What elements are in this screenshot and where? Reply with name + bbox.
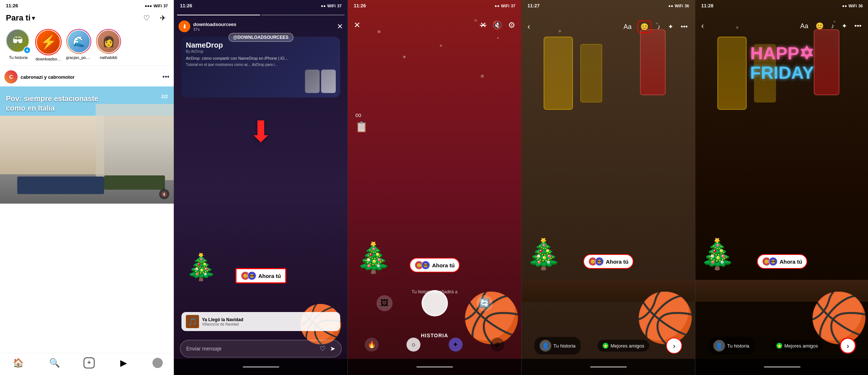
back-icon-p4[interactable]: ‹ bbox=[527, 22, 530, 31]
music-tool-p4[interactable]: ♪ bbox=[656, 22, 662, 32]
story-username-p2: downloadsourcees bbox=[193, 22, 236, 27]
send-icon-p2[interactable]: ➤ bbox=[330, 345, 335, 353]
story-ring-gracjan: 🌊 bbox=[66, 29, 91, 54]
flip-camera-icon[interactable]: 🔄 bbox=[477, 295, 493, 311]
back-icon-p5[interactable]: ‹ bbox=[701, 21, 704, 31]
my-story-share-label: Tu historia bbox=[553, 343, 575, 349]
share-my-story-p4[interactable]: 👤 Tu historia bbox=[534, 337, 581, 354]
story-item-downloadsource[interactable]: ⚡ downloadsourc... bbox=[35, 29, 62, 61]
building-left bbox=[0, 116, 104, 174]
capture-button[interactable] bbox=[422, 290, 448, 316]
emoji-tool-p5[interactable]: 😊 bbox=[814, 21, 825, 31]
settings-icon-p3[interactable]: ⚙ bbox=[508, 21, 515, 30]
story-bottom-bar-p5 bbox=[695, 359, 868, 375]
cam-controls-p3: ✕ ✕ 🔇 ⚙ bbox=[348, 18, 521, 33]
story-item-nathabibti[interactable]: 👩 nathabibti bbox=[96, 29, 121, 61]
post-author-avatar: C bbox=[4, 70, 18, 83]
snowflake-3: ❄ bbox=[403, 55, 406, 59]
ahora-tu-button-p3[interactable]: 😊 😎 Ahora tú bbox=[409, 258, 460, 272]
status-bar-p5: 11:28 ●● WiFi 36 bbox=[695, 0, 868, 10]
chevron-down-icon: ▾ bbox=[32, 15, 35, 22]
my-story-avatar-container: 🕶 + bbox=[6, 29, 31, 54]
namedrop-desc: AirDrop: cómo compartir con NameDrop en … bbox=[186, 56, 336, 61]
story-camera-panel: ❄ ❄ ❄ ❄ ❄ ❄ ∞ 📋 🎄 🏀 😊 😎 Ahora tú 11:26 ●… bbox=[347, 0, 521, 375]
story-edit-header-p4: ‹ Aa 😊 ♪ ✦ ••• bbox=[522, 18, 695, 36]
ahora-tu-button-p4[interactable]: 😊 😎 Ahora tú bbox=[583, 254, 634, 269]
ahora-tu-text-p3: Ahora tú bbox=[432, 262, 455, 268]
my-story-item[interactable]: 🕶 + Tu historia bbox=[6, 29, 31, 61]
story-msg-icons: ♡ ➤ bbox=[320, 345, 335, 353]
story-avatar-nathabibti: 👩 bbox=[97, 30, 120, 53]
gallery-icon[interactable]: 🖼 bbox=[376, 295, 393, 311]
send-icon[interactable]: ✈ bbox=[158, 13, 168, 23]
text-tool-p5[interactable]: Aa bbox=[799, 21, 810, 31]
cam-share-row: 🖼 🔄 bbox=[348, 290, 521, 316]
post-more-button[interactable]: ••• bbox=[162, 73, 169, 81]
story-share-bar-p4: 👤 Tu historia ⭐ Mejores amigos › bbox=[522, 334, 695, 357]
story-label-gracjan: gracjan_poznan bbox=[66, 55, 92, 60]
ahora-avatars-p3: 😊 😎 bbox=[415, 261, 430, 270]
more-tool-p4[interactable]: ••• bbox=[679, 22, 689, 32]
heart-icon[interactable]: ♡ bbox=[141, 13, 152, 23]
beer-glass-3 bbox=[580, 44, 602, 103]
mute-button[interactable]: 🔇 bbox=[159, 189, 169, 199]
story-message-bar: Enviar mensaje ♡ ➤ bbox=[180, 340, 342, 357]
emoji-tool-p4[interactable]: 😊 bbox=[637, 21, 651, 33]
heart-icon-p2[interactable]: ♡ bbox=[320, 345, 326, 353]
ahora-tu-button-p2[interactable]: 😊 😎 Ahora tú bbox=[235, 268, 287, 283]
progress-1 bbox=[177, 15, 260, 15]
share-circle-fire[interactable]: 🔥 bbox=[365, 338, 379, 352]
more-tool-p5[interactable]: ••• bbox=[853, 21, 863, 31]
story-label-nathabibti: nathabibti bbox=[100, 55, 117, 60]
bottom-nav-p1: 🏠 🔍 + ▶ bbox=[0, 353, 174, 375]
story-edit-header-p5: ‹ Aa 😊 ♪ ✦ ••• bbox=[695, 18, 868, 34]
post-author-info: C cabronazi y cabromotor bbox=[4, 70, 74, 83]
text-tool-p4[interactable]: Aa bbox=[622, 22, 633, 32]
nav-profile[interactable] bbox=[152, 358, 163, 368]
best-friends-label-p4: Mejores amigos bbox=[611, 343, 644, 349]
story-ring-nathabibti: 👩 bbox=[96, 29, 121, 54]
share-my-story-p5[interactable]: 👤 Tu historia bbox=[708, 337, 754, 354]
story-header-p2: ⬇ downloadsourcees 37s ✕ bbox=[174, 18, 347, 35]
share-circle-blue[interactable]: ✦ bbox=[449, 338, 463, 352]
namedrop-card: NameDrop By AirDrop AirDrop: cómo compar… bbox=[181, 37, 340, 97]
music-title: Ya Llegó la Navidad bbox=[202, 317, 243, 322]
share-best-friends-p4[interactable]: ⭐ Mejores amigos bbox=[597, 340, 650, 352]
story-item-gracjan[interactable]: 🌊 gracjan_poznan bbox=[66, 29, 92, 61]
story-user-details: downloadsourcees 37s bbox=[193, 22, 236, 31]
mute-icon-p3[interactable]: 🔇 bbox=[492, 21, 502, 30]
music-sub: Villancicos de Navidad bbox=[202, 322, 243, 326]
ahora-tu-button-p5[interactable]: 😊 😎 Ahora tú bbox=[757, 254, 808, 269]
happy-text: HAPP✡ bbox=[695, 44, 868, 63]
ahora-avatars-p5: 😊 😎 bbox=[762, 257, 777, 266]
add-story-button[interactable]: + bbox=[23, 47, 31, 54]
feed-title: Para ti ▾ bbox=[6, 13, 35, 23]
crosshair-icon[interactable]: ✕ bbox=[480, 21, 486, 30]
effects-tool-p5[interactable]: ✦ bbox=[840, 21, 849, 31]
forward-button-p4[interactable]: › bbox=[666, 338, 682, 354]
green-dot-p5: ⭐ bbox=[776, 343, 782, 349]
status-bar-p2: 11:26 ●● WiFi 37 bbox=[174, 0, 347, 10]
share-best-friends-p5[interactable]: ⭐ Mejores amigos bbox=[771, 340, 823, 352]
time-p1: 11:26 bbox=[6, 3, 18, 8]
story-avatar-downloadsource: ⚡ bbox=[37, 30, 60, 54]
story-close-p2[interactable]: ✕ bbox=[337, 22, 343, 31]
forward-button-p5[interactable]: › bbox=[840, 338, 856, 354]
effects-tool-p4[interactable]: ✦ bbox=[666, 21, 675, 32]
message-placeholder[interactable]: Enviar mensaje bbox=[186, 346, 222, 352]
wifi-p1: WiFi bbox=[154, 4, 162, 8]
nav-reels[interactable]: ▶ bbox=[116, 356, 131, 370]
nav-create[interactable]: + bbox=[84, 357, 95, 368]
story-progress-p2 bbox=[177, 15, 345, 15]
music-tool-p5[interactable]: ♪ bbox=[830, 21, 836, 31]
my-story-share-label-p5: Tu historia bbox=[727, 343, 749, 349]
signal-p1: ●●● bbox=[145, 4, 152, 8]
nav-search[interactable]: 🔍 bbox=[47, 356, 62, 370]
nav-home[interactable]: 🏠 bbox=[11, 356, 26, 370]
happy-friday-overlay: HAPP✡ FRIDAY bbox=[695, 44, 868, 83]
share-circle-dark[interactable]: ⊕ bbox=[490, 338, 504, 352]
share-circle-white[interactable]: ○ bbox=[407, 338, 420, 352]
close-icon-p3[interactable]: ✕ bbox=[354, 21, 360, 30]
instagram-feed-panel: 11:26 ●●● WiFi 37 Para ti ▾ ♡ ✈ 🕶 + Tu h… bbox=[0, 0, 174, 375]
time-p3: 11:26 bbox=[354, 3, 366, 8]
